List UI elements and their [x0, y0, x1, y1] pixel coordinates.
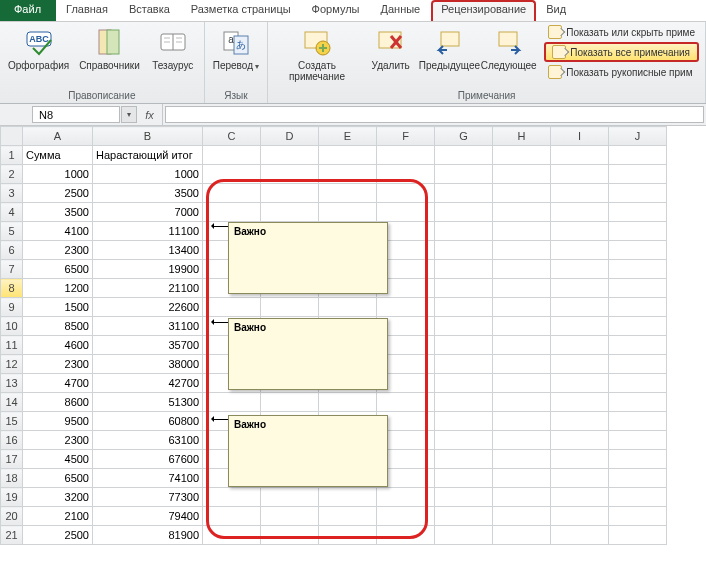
row-header[interactable]: 12 — [1, 355, 23, 374]
show-ink-button[interactable]: Показать рукописные прим — [544, 64, 699, 80]
cell[interactable]: 4500 — [23, 450, 93, 469]
cell[interactable] — [493, 431, 551, 450]
row-header[interactable]: 19 — [1, 488, 23, 507]
cell[interactable] — [435, 355, 493, 374]
comment-box[interactable]: Важно — [228, 415, 388, 487]
cell[interactable] — [551, 450, 609, 469]
cell[interactable] — [377, 184, 435, 203]
cell[interactable]: 79400 — [93, 507, 203, 526]
cell[interactable]: 2500 — [23, 526, 93, 545]
cell[interactable]: 63100 — [93, 431, 203, 450]
cell[interactable] — [435, 469, 493, 488]
cell[interactable] — [551, 393, 609, 412]
new-comment-button[interactable]: Создать примечание — [274, 24, 359, 84]
cell[interactable] — [203, 526, 261, 545]
cell[interactable] — [261, 165, 319, 184]
cell[interactable] — [261, 298, 319, 317]
cell[interactable]: 51300 — [93, 393, 203, 412]
col-header-B[interactable]: B — [93, 127, 203, 146]
cell[interactable] — [203, 203, 261, 222]
col-header-J[interactable]: J — [609, 127, 667, 146]
cell[interactable] — [319, 165, 377, 184]
row-header[interactable]: 13 — [1, 374, 23, 393]
cell[interactable] — [609, 336, 667, 355]
show-hide-comment-button[interactable]: Показать или скрыть приме — [544, 24, 699, 40]
cell[interactable]: 77300 — [93, 488, 203, 507]
cell[interactable] — [551, 507, 609, 526]
comment-box[interactable]: Важно — [228, 222, 388, 294]
cell[interactable] — [493, 203, 551, 222]
cell[interactable] — [319, 298, 377, 317]
cell[interactable] — [551, 298, 609, 317]
cell[interactable]: Сумма — [23, 146, 93, 165]
col-header-E[interactable]: E — [319, 127, 377, 146]
cell[interactable] — [609, 165, 667, 184]
cell[interactable] — [493, 355, 551, 374]
cell[interactable]: 35700 — [93, 336, 203, 355]
tab-home[interactable]: Главная — [56, 0, 119, 21]
cell[interactable] — [551, 317, 609, 336]
cell[interactable]: 8500 — [23, 317, 93, 336]
row-header[interactable]: 2 — [1, 165, 23, 184]
cell[interactable]: 4100 — [23, 222, 93, 241]
cell[interactable] — [551, 526, 609, 545]
cell[interactable] — [319, 507, 377, 526]
cell[interactable] — [435, 146, 493, 165]
translate-button[interactable]: aあ Перевод — [211, 24, 261, 74]
cell[interactable] — [377, 488, 435, 507]
col-header-F[interactable]: F — [377, 127, 435, 146]
cell[interactable] — [551, 374, 609, 393]
cell[interactable]: 9500 — [23, 412, 93, 431]
row-header[interactable]: 15 — [1, 412, 23, 431]
cell[interactable] — [551, 203, 609, 222]
cell[interactable] — [435, 222, 493, 241]
tab-review[interactable]: Рецензирование — [431, 0, 536, 21]
cell[interactable] — [377, 526, 435, 545]
cell[interactable] — [493, 146, 551, 165]
cell[interactable] — [493, 317, 551, 336]
cell[interactable] — [609, 450, 667, 469]
cell[interactable] — [609, 146, 667, 165]
cell[interactable] — [551, 260, 609, 279]
cell[interactable]: 1000 — [93, 165, 203, 184]
cell[interactable] — [609, 355, 667, 374]
row-header[interactable]: 10 — [1, 317, 23, 336]
cell[interactable]: 21100 — [93, 279, 203, 298]
cell[interactable] — [435, 450, 493, 469]
cell[interactable]: 81900 — [93, 526, 203, 545]
cell[interactable] — [551, 355, 609, 374]
cell[interactable] — [493, 507, 551, 526]
cell[interactable] — [493, 279, 551, 298]
cell[interactable] — [203, 488, 261, 507]
delete-comment-button[interactable]: Удалить — [366, 24, 416, 73]
thesaurus-button[interactable]: Тезаурус — [148, 24, 198, 73]
cell[interactable] — [319, 184, 377, 203]
cell[interactable]: 3500 — [93, 184, 203, 203]
tab-view[interactable]: Вид — [536, 0, 577, 21]
cell[interactable]: 1500 — [23, 298, 93, 317]
cell[interactable] — [261, 526, 319, 545]
row-header[interactable]: 8 — [1, 279, 23, 298]
cell[interactable] — [493, 526, 551, 545]
cell[interactable] — [493, 241, 551, 260]
row-header[interactable]: 3 — [1, 184, 23, 203]
cell[interactable]: 2300 — [23, 431, 93, 450]
cell[interactable] — [609, 203, 667, 222]
cell[interactable]: 19900 — [93, 260, 203, 279]
cell[interactable] — [435, 526, 493, 545]
cell[interactable] — [203, 507, 261, 526]
cell[interactable] — [493, 488, 551, 507]
cell[interactable] — [203, 184, 261, 203]
cell[interactable] — [609, 184, 667, 203]
cell[interactable] — [609, 431, 667, 450]
cell[interactable]: 67600 — [93, 450, 203, 469]
row-header[interactable]: 16 — [1, 431, 23, 450]
cell[interactable]: 2300 — [23, 355, 93, 374]
cell[interactable] — [435, 374, 493, 393]
select-all-corner[interactable] — [1, 127, 23, 146]
cell[interactable] — [435, 184, 493, 203]
cell[interactable]: 31100 — [93, 317, 203, 336]
cell[interactable] — [609, 317, 667, 336]
cell[interactable]: 13400 — [93, 241, 203, 260]
row-header[interactable]: 17 — [1, 450, 23, 469]
